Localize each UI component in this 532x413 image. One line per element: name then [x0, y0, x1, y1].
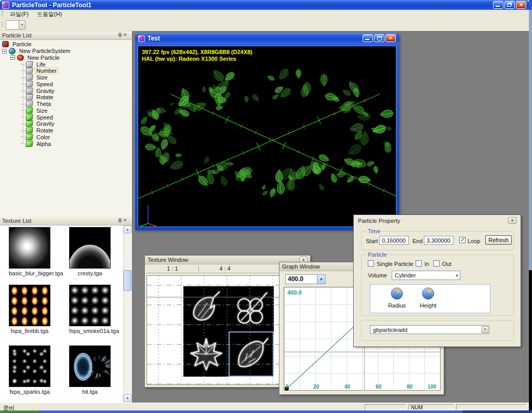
tree-item-gravity[interactable]: Gravity — [0, 87, 132, 94]
tree-item-life[interactable]: Life — [0, 61, 132, 68]
3d-viewport[interactable]: 397.22 fps (628x442), X8R8G8B8 (D24X8) H… — [138, 46, 396, 227]
close-button[interactable]: ✕ — [516, 1, 526, 9]
status-bar: 준비 NUM — [0, 403, 529, 410]
toolbar-grip[interactable] — [2, 22, 3, 28]
x-tick: 0 — [286, 384, 289, 390]
menubar: 파일(F) 도움말(H) — [0, 10, 529, 19]
single-particle-checkbox[interactable] — [368, 260, 374, 267]
chevron-down-icon[interactable]: ▼ — [455, 274, 459, 277]
gray-box-icon — [25, 74, 33, 81]
tree-item-speed[interactable]: Speed — [0, 81, 132, 88]
height-parameter[interactable]: Height — [413, 287, 443, 309]
tree-item-particle-root[interactable]: Particle — [0, 41, 132, 48]
texture-thumb-firebb[interactable]: fxpa_firebb.tga — [9, 285, 50, 334]
tree-item-size-2[interactable]: Size — [0, 108, 132, 114]
scrollbar-thumb[interactable] — [124, 270, 131, 291]
particle-list-title: Particle List — [2, 32, 32, 38]
chevron-down-icon[interactable]: ▼ — [19, 20, 25, 30]
restore-button[interactable] — [504, 1, 515, 9]
leaf-maple — [191, 339, 222, 370]
particle-list-panel: Particle List ✕ Particle New ParticleSys… — [0, 31, 132, 217]
particle-system-icon — [9, 48, 16, 55]
tree-item-color[interactable]: Color — [0, 134, 132, 141]
pin-icon[interactable] — [116, 218, 123, 224]
app-icon — [2, 2, 9, 9]
desktop-sliver — [529, 0, 532, 413]
minimize-button[interactable] — [363, 34, 373, 42]
selected-cell-highlight — [229, 331, 274, 377]
tree-item-new-particle[interactable]: New Particle — [0, 55, 132, 61]
tree-item-rotate[interactable]: Rotate — [0, 94, 132, 101]
out-checkbox[interactable] — [433, 260, 440, 267]
toolbar-combobox[interactable]: ▼ — [6, 20, 25, 30]
collapse-icon[interactable] — [2, 49, 7, 54]
scroll-up-icon[interactable]: ▲ — [124, 225, 131, 233]
tree-item-theta[interactable]: Theta — [0, 101, 132, 108]
tab-1-1[interactable]: 1 : 1 — [147, 265, 198, 272]
menu-grip[interactable] — [2, 11, 3, 17]
gray-box-icon — [25, 61, 33, 68]
green-box-icon — [25, 127, 33, 134]
dialog-titlebar[interactable]: Particle Property ✕ — [354, 215, 521, 226]
menu-file[interactable]: 파일(F) — [6, 9, 33, 19]
tree-item-rotate-2[interactable]: Rotate — [0, 127, 132, 134]
tree-item-particle-system[interactable]: New ParticleSystem — [0, 48, 132, 55]
fps-readout: 397.22 fps (628x442), X8R8G8B8 (D24X8) — [142, 49, 252, 56]
graph-max-combobox[interactable]: 400.0 ▼ — [285, 274, 326, 284]
texture-thumb-smoke[interactable]: fxpa_smoke01a.tga — [69, 285, 111, 334]
close-icon[interactable]: ✕ — [123, 32, 130, 39]
texture-thumb-hit[interactable]: hit.tga — [69, 345, 111, 395]
particle-group: Particle Single Particle In Out Volume C… — [361, 255, 514, 316]
tree-item-size[interactable]: Size — [0, 74, 132, 81]
x-tick: 40 — [344, 384, 350, 390]
close-icon[interactable]: ✕ — [508, 217, 516, 224]
start-button-sliver[interactable] — [0, 410, 39, 413]
close-icon[interactable]: ✕ — [123, 218, 130, 224]
time-group: Time Start 0,160000 End 3,300000 Loop Re… — [361, 231, 514, 250]
loop-checkbox[interactable] — [459, 237, 466, 243]
chevron-down-icon[interactable]: ▼ — [482, 326, 488, 333]
toolbar: ▼ — [0, 19, 529, 31]
x-tick: 80 — [407, 384, 413, 390]
tree-item-speed-2[interactable]: Speed — [0, 114, 132, 121]
gray-box-icon — [25, 87, 33, 94]
device-readout: HAL (hw vp): Radeon X1300 Series — [142, 56, 236, 62]
texture-thumb-sparks[interactable]: fxpa_sparks.tga — [9, 345, 50, 395]
tree-item-gravity-2[interactable]: Gravity — [0, 121, 132, 127]
chevron-down-icon[interactable]: ▼ — [317, 274, 326, 284]
end-time-field[interactable]: 3,300000 — [424, 236, 454, 245]
texture-thumb-cresty[interactable]: cresty.tga — [69, 227, 111, 276]
scroll-down-icon[interactable]: ▼ — [124, 394, 131, 402]
leaf-clover — [238, 292, 267, 323]
leaf-texture-sheet[interactable] — [183, 286, 274, 377]
collapse-icon[interactable] — [10, 55, 15, 60]
volume-combobox[interactable]: Cylinder — [392, 271, 460, 280]
x-tick: 60 — [376, 384, 381, 390]
test-titlebar[interactable]: Test — [135, 33, 399, 44]
shader-combobox[interactable]: gbparticleadd — [370, 325, 489, 334]
texture-image — [9, 345, 50, 387]
particle-tree: Particle New ParticleSystem New Particle… — [0, 40, 132, 147]
radius-parameter[interactable]: Radius — [382, 287, 412, 309]
tab-4-4[interactable]: 4 : 4 — [199, 265, 251, 272]
refresh-button[interactable]: Refresh — [485, 235, 512, 245]
green-box-icon — [25, 121, 33, 127]
tree-item-number[interactable]: Number — [0, 68, 132, 74]
menu-help[interactable]: 도움말(H) — [33, 9, 66, 19]
gray-box-icon — [25, 101, 33, 108]
texture-thumb-basic-blur[interactable]: basic_blur_bigger.tga — [9, 227, 50, 276]
minimize-button[interactable] — [493, 1, 503, 9]
start-time-field[interactable]: 0,160000 — [379, 236, 409, 245]
texture-scrollbar[interactable]: ▲ ▼ — [123, 225, 131, 403]
leaf-ginkgo — [194, 291, 220, 320]
arrow-right-icon — [390, 287, 404, 300]
in-checkbox[interactable] — [416, 260, 422, 267]
green-box-icon — [25, 140, 33, 147]
toolbar-combo-field[interactable] — [6, 20, 19, 30]
pin-icon[interactable] — [116, 32, 123, 39]
gray-box-icon — [25, 81, 33, 87]
arrow-right-icon — [421, 287, 435, 300]
maximize-button[interactable] — [374, 34, 384, 42]
close-button[interactable]: ✕ — [385, 34, 396, 42]
tree-item-alpha[interactable]: Alpha — [0, 140, 132, 147]
